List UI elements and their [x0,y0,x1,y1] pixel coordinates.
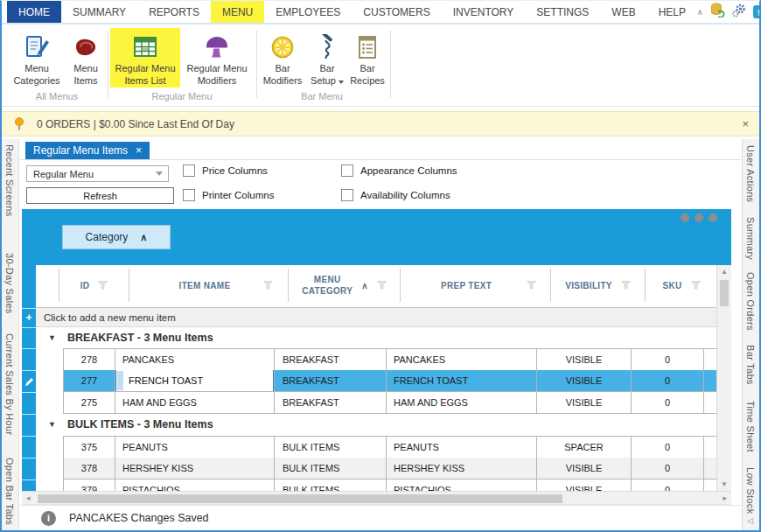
item-name-input[interactable] [123,370,273,391]
dock-user-actions[interactable]: User Actions [745,145,756,202]
checkbox-availability-columns[interactable]: Availability Columns [341,189,450,201]
grid-dot-icon[interactable] [709,214,717,222]
cell-id[interactable]: 375 [63,437,115,458]
column-header-item-name[interactable]: ITEM NAME [129,269,289,302]
cell-sku[interactable]: 0 [632,480,704,491]
menu-tab-summary[interactable]: SUMMARY [61,1,137,23]
appearance-columns-checkbox[interactable] [341,164,353,177]
filter-funnel-icon[interactable] [377,281,387,290]
add-new-menu-item-row[interactable]: Click to add a new menu item [36,308,716,327]
cell-item-name[interactable]: HAM AND EGGS [115,392,275,413]
menu-items-button[interactable]: Menu Items [66,28,105,88]
dock-30-day-sales[interactable]: 30-Day Sales [4,253,15,314]
dock-open-bar-tabs[interactable]: Open Bar Tabs [4,458,15,525]
cell-prep-text[interactable]: PISTACHIOS [387,480,537,491]
menu-tab-reports[interactable]: REPORTS [137,1,211,23]
grid-horizontal-scrollbar[interactable]: ◂ ▸ [22,491,731,505]
column-header-sku[interactable]: SKU [646,269,718,302]
table-row[interactable]: 278 PANCAKES BREAKFAST PANCAKES VISIBLE … [63,348,716,371]
group-header-bulk-items[interactable]: ▼ BULK ITEMS - 3 Menu Items [36,414,716,435]
grid-dot-icon[interactable] [695,214,703,222]
cell-item-name[interactable]: PANCAKES [115,349,275,370]
cell-id[interactable]: 379 [63,480,115,491]
cell-prep-text[interactable]: PEANUTS [387,437,537,458]
column-header-menu-category[interactable]: MENU CATEGORY ∧ [289,269,401,302]
cell-item-name[interactable]: PEANUTS [115,437,275,458]
menu-tab-employees[interactable]: EMPLOYEES [264,1,352,23]
menu-tab-inventory[interactable]: INVENTORY [442,1,526,23]
dock-current-sales-by-hour[interactable]: Current Sales By Hour [4,333,15,435]
menu-tab-menu[interactable]: MENU [211,1,264,23]
filter-funnel-icon[interactable] [98,281,108,290]
cell-prep-text[interactable]: HERSHEY KISS [387,458,537,479]
dock-splitter-icon[interactable]: ◁ [747,516,753,525]
checkbox-price-columns[interactable]: Price Columns [183,164,268,177]
cell-id[interactable]: 275 [63,392,115,413]
table-row[interactable]: 375 PEANUTS BULK ITEMS PEANUTS SPACER 0 [63,436,716,458]
scroll-down-icon[interactable]: ▼ [717,478,731,491]
cell-item-name-editing[interactable] [115,370,275,391]
scroll-left-icon[interactable]: ◂ [26,492,31,505]
tab-close-icon[interactable]: × [136,144,142,157]
menu-tab-help[interactable]: HELP [647,1,697,23]
cell-id[interactable]: 378 [63,458,115,479]
cell-visibility[interactable]: SPACER [537,437,632,458]
item-name-edit-box[interactable] [115,370,274,391]
cell-visibility[interactable]: VISIBLE [537,480,632,491]
table-row[interactable]: 275 HAM AND EGGS BREAKFAST HAM AND EGGS … [63,392,716,414]
table-row[interactable]: 379 PISTACHIOS BULK ITEMS PISTACHIOS VIS… [63,480,716,491]
cell-partial[interactable] [704,458,716,479]
checkbox-printer-columns[interactable]: Printer Columns [183,189,274,201]
cell-sku[interactable]: 0 [632,458,704,479]
collapse-group-icon[interactable]: ▼ [48,333,56,342]
tab-regular-menu-items[interactable]: Regular Menu Items × [25,142,150,159]
dock-recent-screens[interactable]: Recent Screens [4,144,15,216]
cell-sku[interactable]: 0 [632,392,704,413]
cell-prep-text[interactable]: HAM AND EGGS [387,392,537,413]
scroll-right-icon[interactable]: ▸ [723,492,727,505]
refresh-button[interactable]: Refresh [26,187,174,204]
cell-visibility[interactable]: VISIBLE [537,370,632,391]
menu-categories-button[interactable]: Menu Categories [9,28,65,88]
cell-partial[interactable] [704,437,716,458]
scroll-up-icon[interactable]: ▲ [717,265,731,278]
menu-tab-home[interactable]: HOME [7,1,61,23]
cell-partial[interactable] [704,349,716,370]
collapse-group-icon[interactable]: ▼ [48,420,56,429]
filter-funnel-icon[interactable] [691,281,701,290]
cell-menu-category[interactable]: BULK ITEMS [275,437,387,458]
cell-id[interactable]: 278 [63,349,115,370]
dock-low-stock[interactable]: Low Stock [745,467,756,514]
cell-visibility[interactable]: VISIBLE [537,458,632,479]
grid-dot-icon[interactable] [681,214,689,222]
cell-sku[interactable]: 0 [632,437,704,458]
dock-open-orders[interactable]: Open Orders [745,272,756,331]
grid-vertical-scrollbar[interactable]: ▲ ▼ [716,265,731,491]
regular-menu-modifiers-button[interactable]: Regular Menu Modifiers [182,28,252,88]
cell-item-name[interactable]: HERSHEY KISS [115,458,275,479]
dock-time-sheet[interactable]: Time Sheet [745,401,756,452]
column-header-prep-text[interactable]: PREP TEXT [401,269,551,302]
cell-partial[interactable] [704,392,716,413]
cell-menu-category[interactable]: BULK ITEMS [275,480,387,491]
cell-prep-text[interactable]: PANCAKES [387,349,537,370]
printer-columns-checkbox[interactable] [183,189,195,201]
add-row-plus-icon[interactable]: + [22,311,36,324]
filter-funnel-icon[interactable] [263,281,273,290]
cell-menu-category[interactable]: BULK ITEMS [275,458,387,479]
collapse-ribbon-icon[interactable]: ∧ [697,8,703,17]
vertical-scroll-thumb[interactable] [720,280,729,306]
bar-modifiers-button[interactable]: Bar Modifiers [259,28,306,88]
horizontal-scroll-thumb[interactable] [38,494,562,503]
bar-setup-button[interactable]: Bar Setup [306,28,348,88]
services-gears-icon[interactable] [732,4,746,21]
cell-id[interactable]: 277 [63,370,115,391]
filter-funnel-icon[interactable] [527,281,536,290]
column-header-visibility[interactable]: VISIBILITY [551,269,646,302]
regular-menu-items-list-button[interactable]: Regular Menu Items List [110,28,180,88]
checkbox-appearance-columns[interactable]: Appearance Columns [341,164,457,177]
cell-partial[interactable] [704,370,716,391]
cell-menu-category[interactable]: BREAKFAST [275,392,387,413]
dock-bar-tabs[interactable]: Bar Tabs [745,345,756,385]
cell-item-name[interactable]: PISTACHIOS [115,480,275,491]
